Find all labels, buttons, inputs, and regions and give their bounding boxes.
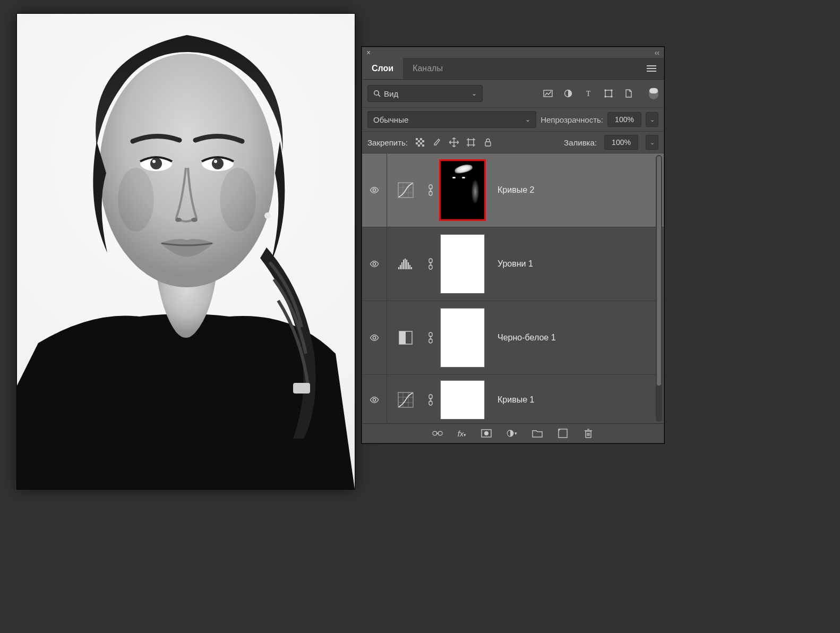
chevron-down-icon: ⌄: [472, 90, 477, 97]
layer-name[interactable]: Кривые 1: [488, 395, 664, 405]
layer-name[interactable]: Черно-белое 1: [488, 333, 664, 343]
svg-rect-57: [398, 267, 399, 269]
document-canvas[interactable]: [17, 14, 355, 489]
adjustment-curves-icon[interactable]: [397, 391, 414, 408]
filter-pixel-icon[interactable]: [543, 88, 553, 99]
layer-row[interactable]: Кривые 1: [362, 375, 664, 423]
svg-rect-29: [418, 140, 420, 142]
mask-link-icon[interactable]: [428, 394, 433, 406]
panel-bottom-toolbar: fx▾ ▾: [362, 423, 664, 443]
panel-close-icon[interactable]: ×: [366, 48, 371, 57]
lock-all-icon[interactable]: [483, 138, 493, 147]
lock-artboard-icon[interactable]: [466, 138, 476, 147]
svg-point-12: [264, 212, 271, 219]
layer-scroll-area[interactable]: Кривые 2 Уровни 1 Черно-белое 1: [362, 153, 664, 423]
layer-row[interactable]: Кривые 2: [362, 153, 664, 227]
adjustment-bw-icon[interactable]: [397, 329, 414, 346]
filter-toggle[interactable]: [649, 88, 658, 99]
adjustment-curves-icon[interactable]: [397, 182, 414, 199]
chevron-down-icon: ⌄: [525, 116, 530, 123]
panel-menu-icon[interactable]: [647, 65, 664, 72]
lock-brush-icon[interactable]: [432, 138, 442, 147]
visibility-eye-icon[interactable]: [370, 333, 379, 343]
svg-rect-27: [416, 138, 418, 140]
layer-kind-select[interactable]: Вид ⌄: [367, 85, 483, 102]
blend-mode-select[interactable]: Обычные ⌄: [367, 111, 536, 128]
filter-type-text-icon[interactable]: T: [583, 88, 594, 99]
svg-rect-32: [420, 142, 422, 144]
mask-link-icon[interactable]: [428, 258, 433, 270]
app-stage: × ‹‹ Слои Каналы Вид ⌄ T: [0, 0, 840, 633]
opacity-label: Непрозрачность:: [541, 115, 603, 124]
tab-channels[interactable]: Каналы: [403, 58, 452, 79]
svg-rect-24: [605, 96, 606, 98]
lock-move-icon[interactable]: [449, 138, 459, 147]
filter-smart-icon[interactable]: [623, 88, 634, 99]
add-mask-icon[interactable]: [481, 428, 492, 439]
mask-link-icon[interactable]: [428, 184, 433, 196]
panel-titlebar: × ‹‹: [362, 47, 664, 58]
mask-link-icon[interactable]: [428, 332, 433, 344]
layer-mask-thumb[interactable]: [440, 380, 485, 420]
svg-rect-64: [409, 265, 410, 269]
svg-point-47: [373, 189, 375, 191]
svg-point-4: [150, 158, 162, 169]
svg-rect-59: [401, 262, 402, 269]
filter-row: Вид ⌄ T: [362, 80, 664, 108]
delete-layer-icon[interactable]: [583, 428, 594, 439]
svg-point-69: [373, 336, 375, 339]
svg-rect-23: [611, 90, 613, 91]
panel-tabs: Слои Каналы: [362, 58, 664, 80]
filter-adjust-icon[interactable]: [563, 88, 573, 99]
layers-panel: × ‹‹ Слои Каналы Вид ⌄ T: [362, 47, 664, 443]
panel-collapse-icon[interactable]: ‹‹: [655, 48, 659, 57]
fill-value[interactable]: 100%: [604, 135, 638, 150]
visibility-eye-icon[interactable]: [370, 259, 379, 269]
svg-rect-71: [399, 331, 406, 344]
kind-select-label: Вид: [384, 89, 398, 98]
layer-mask-thumb[interactable]: [440, 234, 485, 294]
opacity-dropdown[interactable]: ⌄: [646, 112, 658, 127]
lock-transparency-icon[interactable]: [415, 138, 425, 147]
svg-rect-31: [416, 142, 418, 144]
svg-rect-63: [408, 262, 409, 269]
new-group-icon[interactable]: [532, 428, 543, 439]
lock-fill-row: Закрепить: Заливка: 100% ⌄: [362, 132, 664, 153]
svg-point-75: [373, 398, 375, 401]
svg-point-16: [374, 91, 379, 96]
svg-rect-1: [293, 383, 310, 394]
layer-fx-icon[interactable]: fx▾: [458, 429, 467, 438]
portrait-image: [17, 14, 355, 489]
layer-row[interactable]: Уровни 1: [362, 227, 664, 301]
svg-rect-33: [418, 144, 420, 147]
scrollbar-thumb[interactable]: [657, 156, 661, 386]
svg-point-88: [484, 431, 488, 435]
opacity-value[interactable]: 100%: [607, 112, 641, 127]
search-icon: [373, 90, 381, 97]
link-layers-icon[interactable]: [432, 428, 443, 439]
svg-rect-58: [400, 265, 401, 269]
fill-dropdown[interactable]: ⌄: [646, 135, 658, 150]
layer-scrollbar[interactable]: [656, 155, 662, 422]
svg-point-8: [175, 218, 182, 222]
blend-opacity-row: Обычные ⌄ Непрозрачность: 100% ⌄: [362, 108, 664, 132]
layer-mask-thumb[interactable]: [439, 159, 486, 221]
svg-rect-25: [611, 96, 613, 98]
layer-mask-thumb[interactable]: [440, 308, 485, 367]
layer-row[interactable]: Черно-белое 1: [362, 301, 664, 375]
layer-name[interactable]: Уровни 1: [488, 259, 664, 269]
svg-point-10: [118, 168, 154, 232]
svg-rect-30: [422, 140, 424, 142]
new-adjustment-icon[interactable]: ▾: [507, 428, 517, 439]
lock-label: Закрепить:: [367, 138, 408, 147]
new-layer-icon[interactable]: [558, 428, 568, 439]
layer-name[interactable]: Кривые 2: [488, 185, 664, 195]
visibility-eye-icon[interactable]: [370, 185, 379, 195]
tab-layers[interactable]: Слои: [362, 58, 403, 79]
svg-point-11: [220, 168, 256, 232]
svg-rect-34: [422, 144, 424, 147]
adjustment-levels-icon[interactable]: [397, 255, 414, 272]
svg-line-17: [378, 95, 380, 97]
filter-shape-icon[interactable]: [603, 88, 614, 99]
visibility-eye-icon[interactable]: [370, 395, 379, 405]
